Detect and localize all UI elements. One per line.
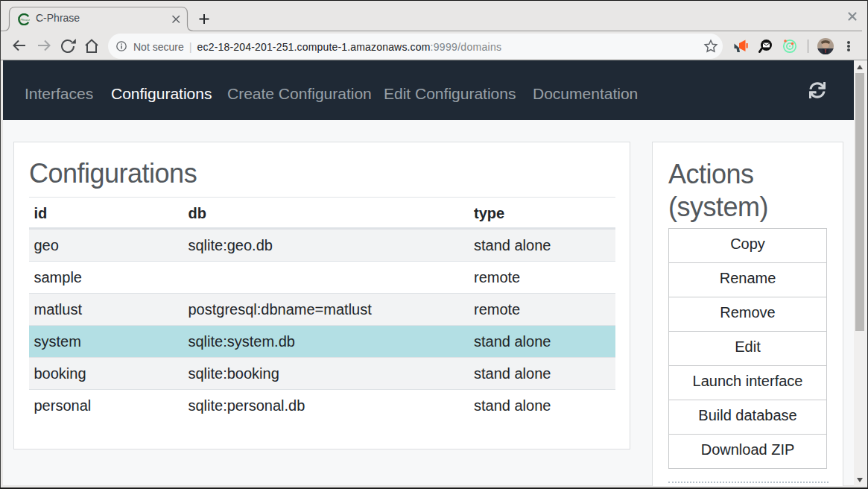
svg-text:Phrase: Phrase: [20, 18, 30, 22]
